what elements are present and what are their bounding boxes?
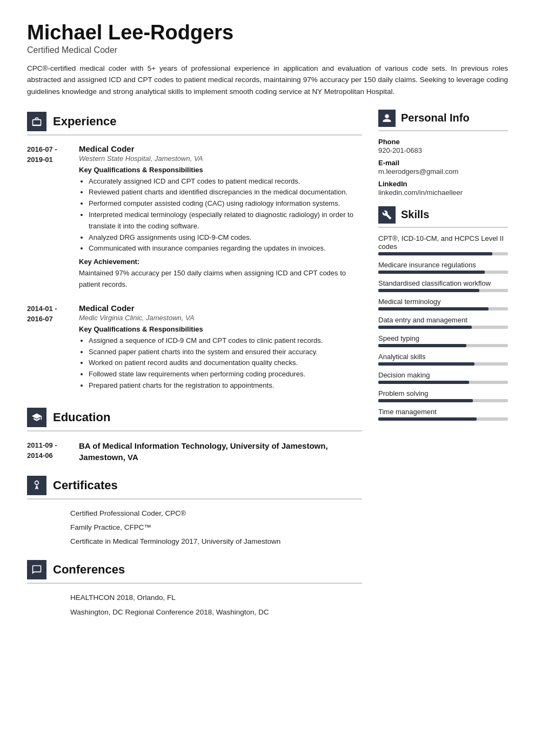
list-item: Reviewed patient charts and identified d… [89,187,362,198]
experience-icon [27,112,46,131]
skill-bar-bg [378,326,508,329]
skill-item: Standardised classification workflow [378,279,508,292]
skill-bar-fill [378,417,477,421]
experience-title: Experience [53,114,116,129]
list-item: Interpreted medical terminology (especia… [89,210,362,232]
list-item: Analyzed DRG assignments using ICD-9-CM … [89,232,362,244]
skill-bar-bg [378,344,508,347]
skill-name: Problem solving [378,389,508,397]
skill-name: Analytical skills [378,353,508,361]
email-value: m.leerodgers@gmail.com [378,167,508,176]
skill-bar-fill [378,307,489,310]
skill-bar-bg [378,417,508,421]
certificates-title: Certificates [53,478,118,492]
skills-header: Skills [378,206,508,228]
skill-item: Decision making [378,371,508,384]
personal-info-section: Personal Info Phone 920-201-0683 E-mail … [378,110,508,197]
conferences-header: Conferences [27,560,362,584]
certificates-section: Certificates Certified Professional Code… [27,476,362,548]
skill-bar-fill [378,362,474,366]
linkedin-label: LinkedIn [378,180,508,188]
skill-bar-fill [378,344,466,347]
skill-item: Medicare insurance regulations [378,261,508,274]
phone-value: 920-201-0683 [378,146,508,154]
skill-bar-fill [378,399,473,402]
skills-section: Skills CPT®, ICD-10-CM, and HCPCS Level … [378,206,508,421]
skill-bar-fill [378,289,479,292]
skills-icon [378,206,396,224]
candidate-title: Certified Medical Coder [27,45,508,55]
job-title: Medical Coder [79,303,362,313]
education-entry: 2011-09 -2014-06 BA of Medical Informati… [27,440,362,463]
candidate-summary: CPC®-certified medical coder with 5+ yea… [27,63,508,98]
conferences-section: Conferences HEALTHCON 2018, Orlando, FLW… [27,560,362,618]
skill-item: Time management [378,408,508,421]
company: Medic Virginia Clinic, Jamestown, VA [79,314,362,322]
certificate-item: Certificate in Medical Terminology 2017,… [70,536,362,547]
list-item: Performed computer assisted coding (CAC)… [89,198,362,210]
skill-name: Standardised classification workflow [378,279,508,287]
skill-bar-bg [378,271,508,274]
skill-item: Speed typing [378,334,508,347]
exp-content: Medical Coder Western State Hospital, Ja… [79,144,362,291]
certificates-header: Certificates [27,476,362,500]
list-item: Followed state law requirements when per… [89,369,362,380]
right-column: Personal Info Phone 920-201-0683 E-mail … [378,110,508,631]
qualifications-heading: Key Qualifications & Responsibilities [79,325,362,333]
left-column: Experience 2016-07 -2019-01 Medical Code… [27,110,362,631]
edu-degree: BA of Medical Information Technology, Un… [79,440,362,463]
qualifications-heading: Key Qualifications & Responsibilities [79,166,362,174]
education-header: Education [27,408,362,431]
skill-name: CPT®, ICD-10-CM, and HCPCS Level II code… [378,234,508,251]
education-icon [27,408,46,427]
certificate-item: Family Practice, CFPC™ [70,522,362,533]
skill-bar-bg [378,307,508,310]
skill-bar-bg [378,252,508,255]
phone-label: Phone [378,138,508,146]
skill-bar-fill [378,381,469,384]
resume-header: Michael Lee-Rodgers Certified Medical Co… [27,22,508,98]
experience-section: Experience 2016-07 -2019-01 Medical Code… [27,112,362,395]
achievement-heading: Key Achievement: [79,258,362,266]
conference-item: Washington, DC Regional Conference 2018,… [70,607,362,618]
skill-bar-bg [378,381,508,384]
skill-name: Speed typing [378,334,508,342]
education-section: Education 2011-09 -2014-06 BA of Medical… [27,408,362,463]
list-item: Prepared patient charts for the registra… [89,380,362,392]
conferences-icon [27,560,46,579]
exp-dates: 2016-07 -2019-01 [27,144,70,291]
edu-dates: 2011-09 -2014-06 [27,440,70,463]
list-item: Communicated with insurance companies re… [89,243,362,254]
linkedin-value: linkedin.com/in/michaelleer [378,188,508,197]
experience-entry: 2016-07 -2019-01 Medical Coder Western S… [27,144,362,291]
education-entries: 2011-09 -2014-06 BA of Medical Informati… [27,440,362,463]
conf-entries: HEALTHCON 2018, Orlando, FLWashington, D… [27,592,362,618]
skill-bar-bg [378,289,508,292]
email-label: E-mail [378,159,508,167]
certificate-item: Certified Professional Coder, CPC® [70,508,362,519]
skill-bar-bg [378,362,508,366]
skill-bar-fill [378,271,485,274]
skill-item: Problem solving [378,389,508,402]
candidate-name: Michael Lee-Rodgers [27,22,508,44]
skill-name: Data entry and management [378,316,508,324]
skill-name: Time management [378,408,508,416]
personal-info-header: Personal Info [378,110,508,131]
exp-content: Medical Coder Medic Virginia Clinic, Jam… [79,303,362,395]
skill-item: Data entry and management [378,316,508,329]
skill-bars: CPT®, ICD-10-CM, and HCPCS Level II code… [378,234,508,421]
skill-bar-fill [378,326,472,329]
bullets-list: Accurately assigned ICD and CPT codes to… [79,176,362,255]
personal-info-title: Personal Info [401,112,470,124]
skill-item: Medical terminology [378,298,508,310]
education-title: Education [53,410,110,424]
bullets-list: Assigned a sequence of ICD-9 CM and CPT … [79,335,362,392]
list-item: Accurately assigned ICD and CPT codes to… [89,176,362,187]
skill-name: Medical terminology [378,298,508,306]
achievement-text: Maintained 97% accuracy per 150 daily cl… [79,268,362,291]
certificates-icon [27,476,46,495]
cert-entries: Certified Professional Coder, CPC®Family… [27,508,362,548]
exp-dates: 2014-01 -2016-07 [27,303,70,395]
company: Western State Hospital, Jamestown, VA [79,154,362,163]
skill-item: CPT®, ICD-10-CM, and HCPCS Level II code… [378,234,508,255]
